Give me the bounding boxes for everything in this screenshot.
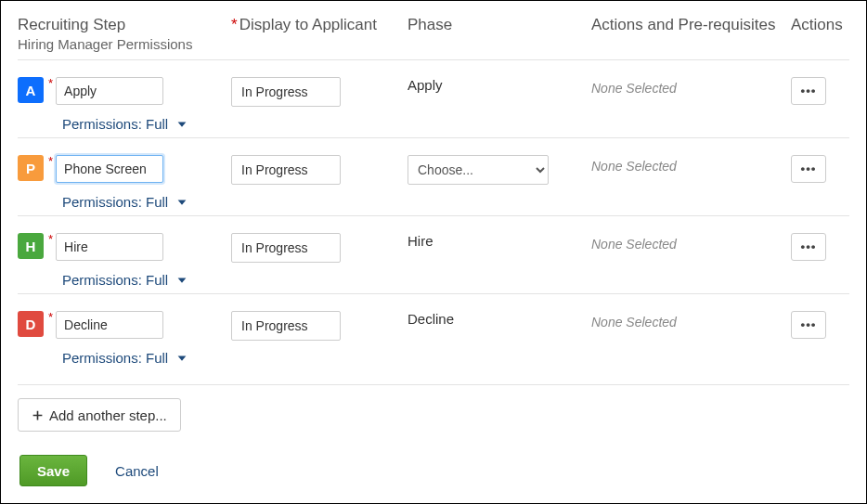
step-badge: P	[18, 155, 44, 181]
step-badge: D	[18, 311, 44, 337]
required-star-icon: *	[48, 311, 53, 324]
permissions-label: Permissions: Full	[62, 272, 168, 288]
row-actions-menu-button[interactable]: •••	[791, 311, 826, 339]
ellipsis-icon: •••	[801, 321, 817, 329]
display-to-applicant-input[interactable]	[231, 233, 341, 263]
cancel-link[interactable]: Cancel	[115, 463, 159, 479]
required-star-icon: *	[231, 16, 238, 33]
chevron-down-icon	[175, 274, 188, 287]
save-button[interactable]: Save	[19, 455, 87, 486]
phase-value: Hire	[408, 233, 591, 249]
required-star-icon: *	[48, 155, 53, 168]
ellipsis-icon: •••	[801, 165, 817, 173]
step-row: H*Permissions: FullHireNone Selected•••	[18, 215, 849, 293]
chevron-down-icon	[175, 352, 188, 365]
add-step-label: Add another step...	[49, 407, 167, 423]
step-row: D*Permissions: FullDeclineNone Selected•…	[18, 293, 849, 385]
permissions-label: Permissions: Full	[62, 350, 168, 366]
prereq-value: None Selected	[591, 311, 791, 330]
step-name-input[interactable]	[56, 233, 163, 261]
header-display: *Display to Applicant	[231, 16, 408, 34]
plus-icon	[32, 409, 44, 421]
phase-value: Decline	[408, 311, 591, 327]
step-name-input[interactable]	[56, 155, 163, 183]
permissions-label: Permissions: Full	[62, 194, 168, 210]
phase-select[interactable]: Choose...	[408, 155, 549, 185]
prereq-value: None Selected	[591, 77, 791, 96]
ellipsis-icon: •••	[801, 87, 817, 95]
step-badge: H	[18, 233, 44, 259]
header-step-sub: Hiring Manager Permissions	[18, 36, 231, 52]
steps-list: A*Permissions: FullApplyNone Selected•••…	[18, 59, 849, 385]
permissions-label: Permissions: Full	[62, 116, 168, 132]
header-phase: Phase	[408, 16, 591, 34]
step-row: A*Permissions: FullApplyNone Selected•••	[18, 59, 849, 137]
header-step: Recruiting Step Hiring Manager Permissio…	[18, 16, 231, 52]
ellipsis-icon: •••	[801, 243, 817, 251]
header-step-label: Recruiting Step	[18, 16, 125, 33]
step-row: P*Permissions: FullChoose...None Selecte…	[18, 137, 849, 215]
chevron-down-icon	[175, 118, 188, 131]
chevron-down-icon	[175, 196, 188, 209]
step-badge: A	[18, 77, 44, 103]
column-headers: Recruiting Step Hiring Manager Permissio…	[18, 10, 849, 59]
permissions-toggle[interactable]: Permissions: Full	[18, 194, 231, 210]
phase-value: Apply	[408, 77, 591, 93]
row-actions-menu-button[interactable]: •••	[791, 155, 826, 183]
add-step-button[interactable]: Add another step...	[18, 398, 181, 432]
display-to-applicant-input[interactable]	[231, 155, 341, 185]
prereq-value: None Selected	[591, 155, 791, 174]
permissions-toggle[interactable]: Permissions: Full	[18, 272, 231, 288]
header-prereq: Actions and Pre-requisites	[591, 16, 791, 34]
footer-actions: Save Cancel	[19, 455, 159, 486]
permissions-toggle[interactable]: Permissions: Full	[18, 116, 231, 132]
step-name-input[interactable]	[56, 311, 163, 339]
required-star-icon: *	[48, 233, 53, 246]
row-actions-menu-button[interactable]: •••	[791, 77, 826, 105]
step-name-input[interactable]	[56, 77, 163, 105]
row-actions-menu-button[interactable]: •••	[791, 233, 826, 261]
prereq-value: None Selected	[591, 233, 791, 252]
header-actions: Actions	[791, 16, 849, 34]
required-star-icon: *	[48, 77, 53, 90]
display-to-applicant-input[interactable]	[231, 311, 341, 341]
workflow-config-panel: Recruiting Step Hiring Manager Permissio…	[0, 0, 867, 504]
permissions-toggle[interactable]: Permissions: Full	[18, 350, 231, 366]
display-to-applicant-input[interactable]	[231, 77, 341, 107]
